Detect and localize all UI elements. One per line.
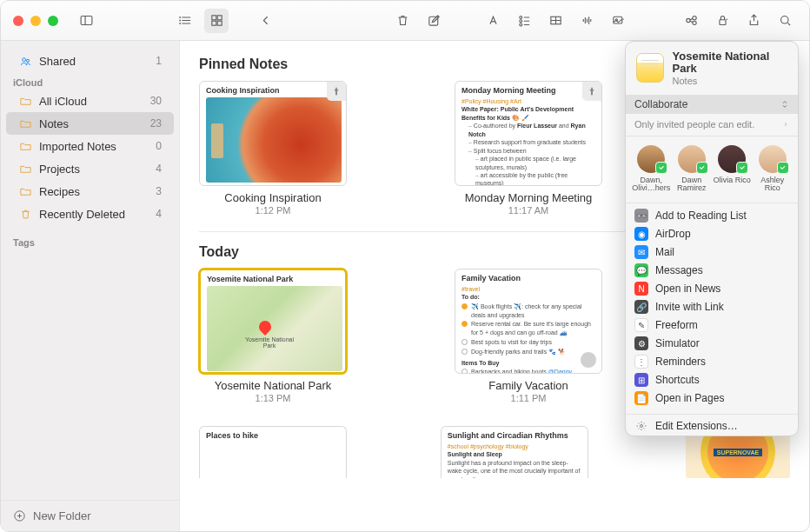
app-icon: ✎: [634, 318, 648, 332]
app-icon: ⚙: [634, 336, 648, 350]
sidebar-item-deleted[interactable]: Recently Deleted4: [6, 203, 174, 225]
media-icon[interactable]: [606, 9, 630, 33]
note-card-cooking[interactable]: Cooking Inspiration Cooking Inspiration …: [199, 81, 347, 216]
share-menu-item[interactable]: ⊞Shortcuts: [626, 371, 798, 389]
note-card-yosemite[interactable]: Yosemite National Park Yosemite National…: [199, 269, 347, 403]
messages-badge-icon: [696, 162, 708, 174]
svg-line-36: [787, 23, 790, 25]
share-menu-item[interactable]: ⚙Simulator: [626, 335, 798, 353]
share-title: Yosemite National Park: [673, 50, 787, 76]
sidebar-item-imported[interactable]: Imported Notes0: [6, 135, 174, 157]
share-menu-item[interactable]: 📄Open in Pages: [626, 389, 798, 408]
svg-rect-11: [217, 21, 222, 25]
back-icon[interactable]: [253, 9, 277, 33]
chevron-right-icon: [782, 121, 789, 128]
sidebar-shared-label: Shared: [39, 55, 76, 68]
sidebar: Shared 1 iCloud All iCloud30 Notes23 Imp…: [1, 41, 180, 531]
share-menu-item[interactable]: ✎Freeform: [626, 316, 798, 335]
svg-point-42: [641, 425, 643, 428]
app-icon: ✉: [634, 245, 648, 259]
new-folder-button[interactable]: New Folder: [1, 500, 179, 531]
sidebar-item-notes[interactable]: Notes23: [6, 112, 174, 135]
svg-rect-12: [428, 17, 437, 25]
compose-icon[interactable]: [422, 9, 446, 33]
svg-point-30: [692, 17, 695, 20]
share-person[interactable]: Dawn, Olivi…hers: [632, 145, 670, 194]
zoom-window[interactable]: [48, 16, 58, 26]
gear-icon: [634, 419, 648, 433]
chevron-updown-icon: [780, 100, 789, 109]
collaborate-dropdown[interactable]: Collaborate: [626, 95, 798, 114]
svg-point-31: [692, 21, 695, 24]
app-icon: 👓: [634, 209, 648, 223]
svg-point-15: [519, 20, 521, 23]
svg-point-17: [519, 23, 521, 26]
table-icon[interactable]: [543, 9, 568, 33]
search-icon[interactable]: [773, 9, 797, 33]
sidebar-shared-count: 1: [156, 55, 162, 67]
svg-point-29: [686, 18, 689, 22]
share-menu-item[interactable]: ✉Mail: [626, 243, 798, 262]
share-menu: 👓Add to Reading List◉AirDrop✉Mail💬Messag…: [626, 203, 798, 411]
svg-line-33: [690, 21, 693, 22]
share-icon[interactable]: [741, 9, 766, 33]
app-icon: N: [634, 282, 648, 296]
app-icon: ⋮: [634, 355, 648, 369]
format-text-icon[interactable]: [481, 9, 505, 33]
share-people: Dawn, Olivi…hers Dawn Ramirez Olivia Ric…: [626, 136, 798, 203]
note-card-meeting[interactable]: Monday Morning Meeting #Policy #Housing …: [455, 81, 602, 216]
pin-icon: [327, 82, 346, 101]
share-menu-item[interactable]: 🔗Invite with Link: [626, 298, 798, 316]
list-view-icon[interactable]: [173, 9, 197, 33]
share-person[interactable]: Olivia Rico: [713, 145, 751, 194]
sidebar-item-projects[interactable]: Projects4: [6, 157, 174, 180]
thumbnail-image: [206, 97, 342, 183]
sidebar-item-recipes[interactable]: Recipes3: [6, 180, 174, 203]
note-card-vacation[interactable]: Family Vacation #travel To do: ✈️ Book f…: [455, 269, 602, 403]
share-person[interactable]: Ashley Rico: [754, 145, 792, 194]
grid-view-icon[interactable]: [204, 9, 229, 33]
app-icon: 🔗: [634, 300, 648, 314]
link-icon[interactable]: [679, 9, 703, 33]
minimize-window[interactable]: [30, 16, 41, 26]
checklist-icon[interactable]: [512, 9, 536, 33]
note-card-sunlight[interactable]: Sunlight and Circadian Rhythms #school #…: [441, 426, 588, 478]
sidebar-section-icloud: iCloud: [1, 72, 179, 90]
share-subtitle: Notes: [673, 76, 787, 86]
titlebar: [1, 1, 809, 41]
app-icon: ⊞: [634, 373, 648, 387]
svg-line-32: [690, 18, 693, 19]
share-menu-item[interactable]: NOpen in News: [626, 280, 798, 298]
close-window[interactable]: [13, 16, 23, 26]
sidebar-shared[interactable]: Shared 1: [6, 50, 174, 72]
window-controls: [13, 16, 58, 26]
shared-avatar-icon: [580, 351, 597, 369]
pin-icon: [582, 82, 601, 101]
share-menu-item[interactable]: ⋮Reminders: [626, 353, 798, 371]
svg-point-6: [179, 20, 180, 21]
delete-icon[interactable]: [390, 9, 415, 33]
app-icon: ◉: [634, 227, 648, 241]
share-sheet: Yosemite National Park Notes Collaborate…: [625, 41, 799, 436]
svg-rect-9: [217, 16, 222, 20]
sidebar-item-all-icloud[interactable]: All iCloud30: [6, 90, 174, 112]
toggle-sidebar-icon[interactable]: [74, 9, 98, 33]
share-person[interactable]: Dawn Ramirez: [673, 145, 711, 194]
svg-point-13: [519, 17, 521, 19]
audio-icon[interactable]: [574, 9, 599, 33]
share-menu-item[interactable]: ◉AirDrop: [626, 225, 798, 243]
svg-rect-10: [211, 21, 216, 25]
lock-icon[interactable]: [710, 9, 734, 33]
share-menu-item[interactable]: 💬Messages: [626, 262, 798, 280]
permission-row[interactable]: Only invited people can edit.: [626, 114, 798, 136]
svg-rect-8: [211, 16, 216, 20]
share-menu-item[interactable]: 👓Add to Reading List: [626, 207, 798, 225]
edit-extensions[interactable]: Edit Extensions…: [626, 417, 798, 436]
messages-badge-icon: [736, 162, 748, 174]
map-thumbnail: Yosemite National Park: [207, 286, 342, 371]
svg-point-5: [179, 17, 180, 18]
note-card-hike[interactable]: Places to hike: [199, 426, 347, 478]
svg-point-35: [780, 17, 788, 24]
svg-point-7: [179, 23, 180, 24]
svg-point-37: [22, 57, 25, 61]
